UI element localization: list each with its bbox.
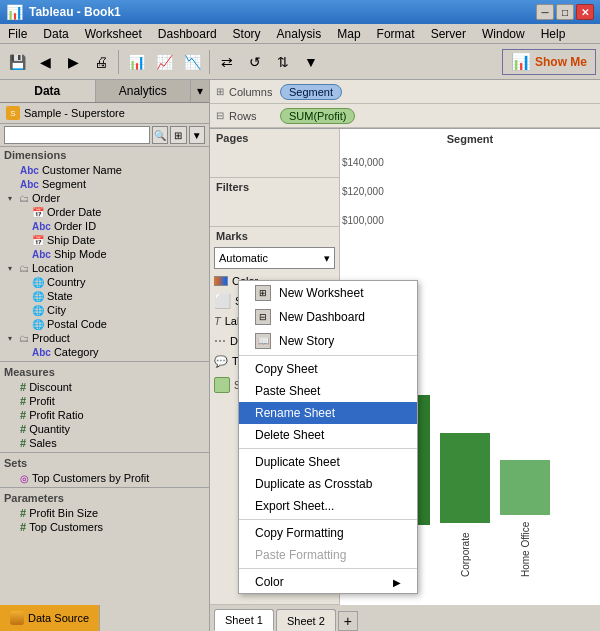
ctx-new-dashboard[interactable]: ⊟ New Dashboard <box>239 305 417 329</box>
title-bar: 📊 Tableau - Book1 ─ □ ✕ <box>0 0 600 24</box>
pages-body <box>210 147 339 177</box>
dim-ship-mode[interactable]: Abc Ship Mode <box>0 247 209 261</box>
marks-type-dropdown[interactable]: Automatic ▾ <box>214 247 335 269</box>
menu-dashboard[interactable]: Dashboard <box>150 25 225 43</box>
ctx-new-story[interactable]: 📖 New Story <box>239 329 417 353</box>
measure-discount[interactable]: # Discount <box>0 380 209 394</box>
ctx-rename-sheet[interactable]: Rename Sheet <box>239 402 417 424</box>
dim-customer-name[interactable]: Abc Customer Name <box>0 163 209 177</box>
ctx-paste-sheet-label: Paste Sheet <box>255 384 320 398</box>
toolbar-refresh[interactable]: ↺ <box>242 48 268 76</box>
search-bar: 🔍 ⊞ ▼ <box>0 124 209 147</box>
marks-title: Marks <box>210 227 339 245</box>
dim-city[interactable]: 🌐 City <box>0 303 209 317</box>
shelves-area: ⊞ Columns Segment ⊟ Rows SUM(Profit) <box>210 80 600 129</box>
dim-segment[interactable]: Abc Segment <box>0 177 209 191</box>
sheet1-tab[interactable]: Sheet 1 <box>214 609 274 631</box>
search-input[interactable] <box>4 126 150 144</box>
search-button[interactable]: 🔍 <box>152 126 168 144</box>
bottom-bar: Data Source Sheet 1 Sheet 2 + <box>0 605 600 631</box>
toolbar-back[interactable]: ◀ <box>32 48 58 76</box>
columns-pill[interactable]: Segment <box>280 84 342 100</box>
ctx-delete-sheet[interactable]: Delete Sheet <box>239 424 417 446</box>
bar-corporate-rect <box>440 433 490 523</box>
abc-icon: Abc <box>32 347 51 358</box>
tooltip-icon: 💬 <box>214 355 228 368</box>
menu-window[interactable]: Window <box>474 25 533 43</box>
sort-button[interactable]: ⊞ <box>170 126 186 144</box>
label-icon: T <box>214 315 221 327</box>
menu-format[interactable]: Format <box>369 25 423 43</box>
ctx-duplicate-sheet[interactable]: Duplicate Sheet <box>239 451 417 473</box>
toolbar-filter[interactable]: ▼ <box>298 48 324 76</box>
minimize-button[interactable]: ─ <box>536 4 554 20</box>
measure-sales[interactable]: # Sales <box>0 436 209 450</box>
dim-category[interactable]: Abc Category <box>0 345 209 359</box>
dim-country[interactable]: 🌐 Country <box>0 275 209 289</box>
menu-analysis[interactable]: Analysis <box>269 25 330 43</box>
toolbar-chart3[interactable]: 📉 <box>179 48 205 76</box>
window-title: Tableau - Book1 <box>29 5 121 19</box>
tab-analytics[interactable]: Analytics <box>96 80 192 102</box>
dim-order-group[interactable]: ▾ 🗂 Order <box>0 191 209 205</box>
dim-order-id[interactable]: Abc Order ID <box>0 219 209 233</box>
rows-pill[interactable]: SUM(Profit) <box>280 108 355 124</box>
close-button[interactable]: ✕ <box>576 4 594 20</box>
datasource-tab[interactable]: Data Source <box>0 605 100 631</box>
ctx-copy-sheet[interactable]: Copy Sheet <box>239 358 417 380</box>
dimensions-header: Dimensions <box>0 147 209 163</box>
filter-button[interactable]: ▼ <box>189 126 205 144</box>
ctx-copy-formatting[interactable]: Copy Formatting <box>239 522 417 544</box>
toolbar-chart1[interactable]: 📊 <box>123 48 149 76</box>
ctx-color[interactable]: Color ▶ <box>239 571 417 593</box>
globe-icon: 🌐 <box>32 291 44 302</box>
measures-divider <box>0 361 209 362</box>
param-top-customers[interactable]: # Top Customers <box>0 520 209 534</box>
show-me-button[interactable]: 📊 Show Me <box>502 49 596 75</box>
columns-icon: ⊞ <box>216 86 224 97</box>
dim-location-group[interactable]: ▾ 🗂 Location <box>0 261 209 275</box>
new-sheet-button[interactable]: + <box>338 611 358 631</box>
ctx-paste-sheet[interactable]: Paste Sheet <box>239 380 417 402</box>
right-bottom: Sheet 1 Sheet 2 + <box>210 605 600 631</box>
menu-data[interactable]: Data <box>35 25 76 43</box>
abc-icon: Abc <box>32 249 51 260</box>
dim-product-group[interactable]: ▾ 🗂 Product <box>0 331 209 345</box>
expand-icon: ▾ <box>8 264 16 273</box>
tab-data[interactable]: Data <box>0 80 96 102</box>
menu-server[interactable]: Server <box>423 25 474 43</box>
ctx-duplicate-crosstab[interactable]: Duplicate as Crosstab <box>239 473 417 495</box>
toolbar-chart2[interactable]: 📈 <box>151 48 177 76</box>
pages-title: Pages <box>210 129 339 147</box>
dim-postal-code[interactable]: 🌐 Postal Code <box>0 317 209 331</box>
dim-state[interactable]: 🌐 State <box>0 289 209 303</box>
menu-file[interactable]: File <box>0 25 35 43</box>
param-profit-bin[interactable]: # Profit Bin Size <box>0 506 209 520</box>
globe-icon: 🌐 <box>32 319 44 330</box>
menu-map[interactable]: Map <box>329 25 368 43</box>
set-top-customers[interactable]: ◎ Top Customers by Profit <box>0 471 209 485</box>
measure-profit[interactable]: # Profit <box>0 394 209 408</box>
toolbar-swap[interactable]: ⇄ <box>214 48 240 76</box>
toolbar-sort[interactable]: ⇅ <box>270 48 296 76</box>
bar-home-office-rect <box>500 460 550 515</box>
toolbar-forward[interactable]: ▶ <box>60 48 86 76</box>
maximize-button[interactable]: □ <box>556 4 574 20</box>
menu-story[interactable]: Story <box>225 25 269 43</box>
ctx-export-sheet[interactable]: Export Sheet... <box>239 495 417 517</box>
product-folder-icon: 🗂 <box>19 333 29 344</box>
dim-order-date[interactable]: 📅 Order Date <box>0 205 209 219</box>
toolbar-print[interactable]: 🖨 <box>88 48 114 76</box>
menu-help[interactable]: Help <box>533 25 574 43</box>
panel-tab-arrow[interactable]: ▾ <box>191 80 209 102</box>
dim-ship-date[interactable]: 📅 Ship Date <box>0 233 209 247</box>
measure-quantity[interactable]: # Quantity <box>0 422 209 436</box>
bar-home-office: Home Office <box>500 460 550 577</box>
sheet2-tab[interactable]: Sheet 2 <box>276 609 336 631</box>
ctx-new-worksheet[interactable]: ⊞ New Worksheet <box>239 281 417 305</box>
measure-profit-ratio[interactable]: # Profit Ratio <box>0 408 209 422</box>
datasource-tab-label: Data Source <box>28 612 89 624</box>
sep2 <box>209 50 210 74</box>
menu-worksheet[interactable]: Worksheet <box>77 25 150 43</box>
toolbar-new[interactable]: 💾 <box>4 48 30 76</box>
